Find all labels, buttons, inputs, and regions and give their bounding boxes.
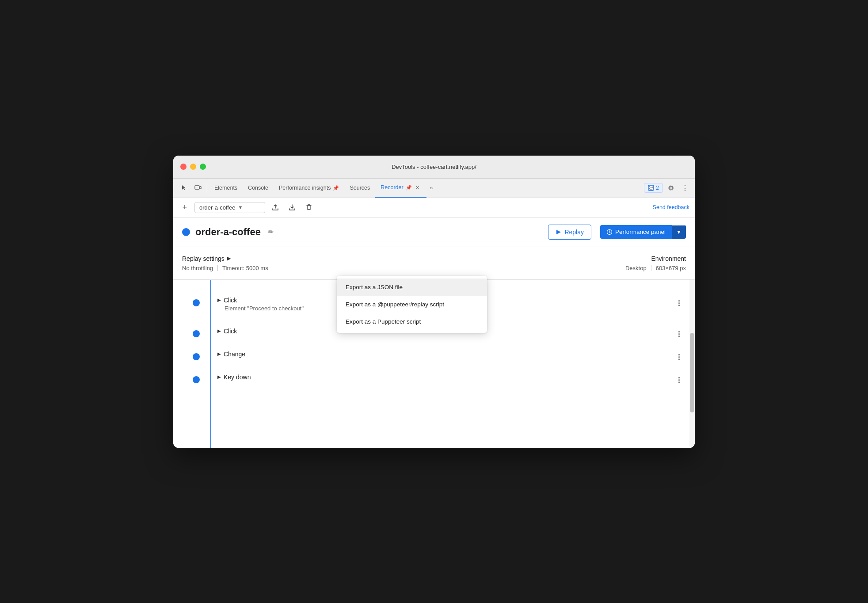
timeline-item: ▶ Change	[200, 343, 695, 366]
scrollbar-thumb[interactable]	[690, 333, 694, 412]
timeline-dot	[193, 299, 200, 306]
tab-console[interactable]: Console	[243, 178, 274, 198]
settings-sub-divider	[217, 265, 218, 271]
recorder-toolbar: + order-a-coffee ▼ Send feedback	[173, 198, 695, 218]
settings-icon[interactable]: ⚙	[665, 182, 677, 194]
timeline-more-button[interactable]	[677, 298, 681, 308]
settings-left: Replay settings ▶ No throttling Timeout:…	[182, 255, 625, 271]
performance-panel-main[interactable]: Performance panel	[600, 225, 672, 239]
export-puppeteer-script-item[interactable]: Export as a Puppeteer script	[337, 313, 487, 330]
device-toolbar-icon[interactable]	[191, 181, 205, 195]
timeline-content: ▶ Key down	[217, 374, 681, 381]
title-bar: DevTools - coffee-cart.netlify.app/	[173, 156, 695, 179]
recorder-pin-icon: 📌	[406, 185, 412, 191]
environment-sub: Desktop 603×679 px	[625, 265, 686, 271]
export-json-item[interactable]: Export as a JSON file	[337, 279, 487, 296]
timeline-action: ▶ Change	[217, 351, 681, 358]
expand-action-icon[interactable]: ▶	[217, 351, 221, 356]
close-button[interactable]	[180, 164, 187, 170]
tab-performance-insights[interactable]: Performance insights 📌	[274, 178, 344, 198]
delete-recording-button[interactable]	[302, 201, 316, 214]
tab-elements[interactable]: Elements	[209, 178, 243, 198]
performance-pin-icon: 📌	[333, 185, 339, 191]
recording-status-dot	[182, 228, 190, 236]
env-divider	[651, 265, 651, 271]
export-puppeteer-replay-item[interactable]: Export as a @puppeteer/replay script	[337, 296, 487, 313]
expand-action-icon[interactable]: ▶	[217, 374, 221, 379]
timeline-more-button[interactable]	[677, 329, 681, 339]
window-title: DevTools - coffee-cart.netlify.app/	[392, 164, 476, 170]
export-dropdown-menu: Export as a JSON file Export as a @puppe…	[337, 276, 487, 333]
timeline-action: ▶ Key down	[217, 374, 681, 381]
settings-sub: No throttling Timeout: 5000 ms	[182, 265, 625, 271]
timeline-more-button[interactable]	[677, 375, 681, 385]
devtools-window: DevTools - coffee-cart.netlify.app/ Elem…	[173, 156, 695, 448]
tab-divider	[207, 183, 207, 193]
devtools-tab-bar: Elements Console Performance insights 📌 …	[173, 179, 695, 198]
recording-header: order-a-coffee ✏ Replay Performance pane…	[173, 218, 695, 247]
issues-badge-button[interactable]: 💬 2	[644, 183, 663, 193]
recording-selector[interactable]: order-a-coffee ▼	[194, 202, 265, 213]
environment-label: Environment	[625, 255, 686, 262]
recording-selector-chevron: ▼	[238, 205, 243, 210]
performance-panel-button: Performance panel ▼	[600, 225, 686, 239]
tab-right-actions: 💬 2 ⚙ ⋮	[644, 182, 691, 194]
timeline-more-button[interactable]	[677, 352, 681, 362]
replay-settings-arrow: ▶	[227, 256, 231, 261]
import-button[interactable]	[286, 201, 299, 214]
traffic-lights	[180, 164, 206, 170]
minimize-button[interactable]	[190, 164, 196, 170]
expand-action-icon[interactable]: ▶	[217, 298, 221, 302]
expand-action-icon[interactable]: ▶	[217, 328, 221, 333]
timeline-content: ▶ Change	[217, 351, 681, 358]
edit-recording-name-icon[interactable]: ✏	[266, 226, 275, 238]
recorder-tab-close[interactable]: ✕	[414, 184, 421, 191]
timeline-dot	[193, 353, 200, 360]
tab-recorder[interactable]: Recorder 📌 ✕	[375, 178, 426, 198]
more-options-icon[interactable]: ⋮	[679, 182, 691, 194]
recording-name-label: order-a-coffee	[195, 226, 261, 238]
settings-right: Environment Desktop 603×679 px	[625, 255, 686, 271]
replay-settings-label[interactable]: Replay settings ▶	[182, 255, 625, 262]
timeline-dot	[193, 376, 200, 383]
timeline-item: ▶ Key down	[200, 366, 695, 389]
performance-panel-dropdown[interactable]: ▼	[672, 225, 686, 239]
cursor-icon[interactable]	[177, 181, 191, 195]
scrollbar[interactable]	[689, 280, 695, 448]
svg-rect-1	[200, 187, 201, 189]
svg-text:💬: 💬	[649, 185, 654, 191]
timeline-dot	[193, 330, 200, 337]
tab-sources[interactable]: Sources	[344, 178, 375, 198]
export-button[interactable]	[269, 201, 282, 214]
svg-rect-0	[195, 186, 199, 189]
recorder-main: order-a-coffee ✏ Replay Performance pane…	[173, 218, 695, 448]
settings-row: Replay settings ▶ No throttling Timeout:…	[173, 247, 695, 280]
tab-overflow-button[interactable]: »	[426, 185, 437, 191]
maximize-button[interactable]	[200, 164, 206, 170]
replay-button[interactable]: Replay	[548, 225, 591, 240]
add-recording-button[interactable]: +	[179, 201, 191, 214]
send-feedback-link[interactable]: Send feedback	[653, 204, 689, 210]
